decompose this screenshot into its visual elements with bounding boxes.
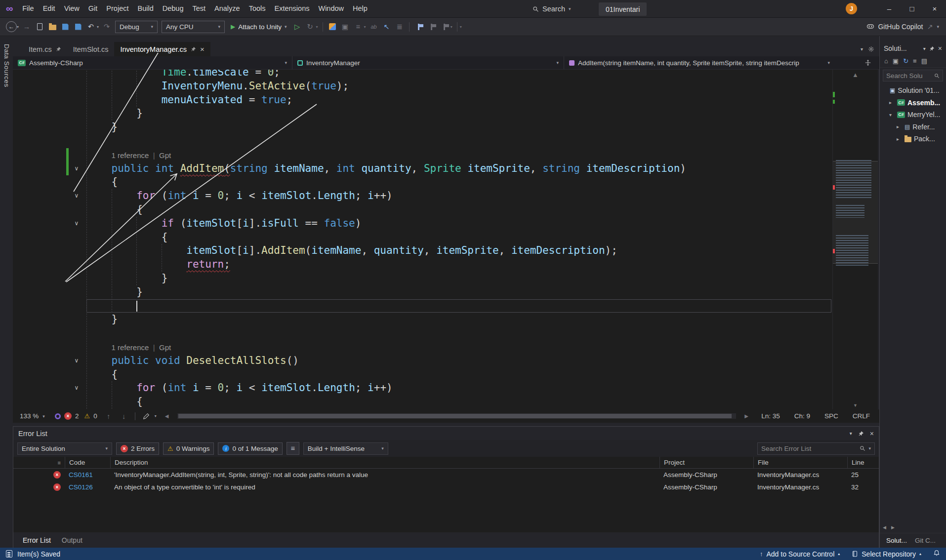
fold-collapse-icon[interactable]: ∨ [71, 354, 82, 368]
column-code[interactable]: Code [65, 457, 110, 468]
next-issue-icon[interactable]: ↓ [118, 410, 130, 423]
scroll-right-icon[interactable]: ▶ [891, 525, 895, 530]
tree-item-assemb-[interactable]: ▸C#Assemb... [880, 97, 946, 109]
severity-column-icon[interactable]: ≡ [58, 460, 61, 466]
close-icon[interactable]: × [200, 45, 205, 53]
column-file[interactable]: File [753, 457, 847, 468]
tab-error-list[interactable]: Error List [18, 534, 55, 546]
menu-view[interactable]: View [60, 0, 84, 17]
errors-filter-button[interactable]: 2 Errors [116, 442, 159, 455]
avatar[interactable]: J [846, 3, 857, 14]
select-repository-button[interactable]: Select Repository ▴ [852, 550, 921, 558]
line-ending-indicator[interactable]: CRLF [853, 412, 870, 420]
menu-tools[interactable]: Tools [245, 0, 270, 17]
toolbar-overflow-icon[interactable]: ▾ [460, 25, 462, 29]
hot-reload-icon[interactable]: ↻ [304, 20, 316, 33]
copilot-status-button[interactable]: GitHub Copilot ↗ ▾ [866, 20, 942, 33]
data-sources-tab[interactable]: Data Sources [0, 42, 13, 170]
code-editor[interactable]: Time.timeScale = 0; InventoryMenu.SetAct… [13, 70, 832, 409]
save-all-icon[interactable] [72, 20, 84, 33]
tree-collapsed-icon[interactable]: ▸ [889, 100, 895, 105]
toggle-bookmark-icon[interactable] [413, 20, 425, 33]
prev-issue-icon[interactable]: ↑ [103, 410, 115, 423]
warning-count[interactable]: 0 [93, 412, 97, 420]
home-icon[interactable]: ⌂ [884, 57, 888, 65]
menu-edit[interactable]: Edit [39, 0, 60, 17]
tree-item-pack-[interactable]: ▸Pack... [880, 133, 946, 145]
close-icon[interactable]: × [870, 430, 874, 438]
error-row[interactable]: CS0126An object of a type convertible to… [13, 481, 879, 493]
column-description[interactable]: Description [110, 457, 659, 468]
menu-file[interactable]: File [18, 0, 38, 17]
navigate-back-icon[interactable]: ← [6, 21, 17, 32]
fold-collapse-icon[interactable]: ∨ [71, 162, 82, 176]
type-dropdown[interactable]: InventoryManager ▾ [292, 56, 564, 69]
copilot-open-icon[interactable]: ↗ [926, 20, 933, 33]
open-file-icon[interactable] [46, 20, 58, 33]
horizontal-scrollbar[interactable] [177, 413, 736, 419]
solution-explorer-titlebar[interactable]: Soluti... ▾ × [880, 42, 946, 55]
error-list-titlebar[interactable]: Error List ▾ × [13, 427, 879, 440]
close-button[interactable]: × [923, 0, 946, 17]
column-project[interactable]: Project [659, 457, 753, 468]
spellcheck-icon[interactable]: ab [368, 20, 380, 33]
line-guides-icon[interactable]: ≣ [394, 20, 406, 33]
whitespace-indicator[interactable]: SPC [824, 412, 838, 420]
tab-options-icon[interactable] [868, 46, 874, 52]
chevron-down-icon[interactable]: ▾ [451, 25, 452, 29]
close-icon[interactable]: × [938, 44, 942, 52]
attach-to-unity-button[interactable]: ▶Attach to Unity▾ [227, 23, 290, 31]
error-count-icon[interactable] [64, 412, 72, 420]
column-line[interactable]: Line [847, 457, 879, 468]
outline-icon[interactable]: ≡ [352, 20, 364, 33]
next-bookmark-icon[interactable] [439, 20, 451, 33]
scroll-right-icon[interactable]: ▶ [740, 410, 752, 423]
window-position-icon[interactable]: ▾ [850, 431, 852, 436]
solution-search-box[interactable]: Search Solu [883, 70, 943, 81]
member-dropdown[interactable]: AddItem(string itemName, int quantity, S… [564, 56, 835, 69]
scroll-left-icon[interactable]: ◀ [883, 525, 886, 530]
chevron-down-icon[interactable]: ▾ [868, 446, 871, 451]
fold-collapse-icon[interactable]: ∨ [71, 189, 82, 203]
switch-views-icon[interactable]: ▣ [893, 57, 899, 65]
error-code-link[interactable]: CS0126 [65, 483, 110, 491]
menu-test[interactable]: Test [188, 0, 210, 17]
menu-extensions[interactable]: Extensions [270, 0, 314, 17]
warnings-filter-button[interactable]: ⚠0 Warnings [163, 442, 214, 455]
scroll-up-icon[interactable]: ▲ [833, 71, 878, 79]
source-dropdown[interactable]: Build + IntelliSense▾ [303, 442, 388, 455]
pin-icon[interactable] [56, 45, 61, 53]
minimize-button[interactable]: – [878, 0, 901, 17]
notifications-bell-icon[interactable] [933, 550, 940, 558]
collapse-all-icon[interactable]: ≡ [913, 57, 917, 65]
warning-count-icon[interactable]: ⚠ [84, 412, 90, 420]
redo-icon[interactable]: ↷ [101, 20, 113, 33]
menu-help[interactable]: Help [348, 0, 372, 17]
configuration-dropdown[interactable]: Debug▾ [115, 21, 158, 33]
scope-dropdown[interactable]: Entire Solution▾ [17, 442, 112, 455]
window-layout-icon[interactable]: ▣ [339, 20, 351, 33]
error-row[interactable]: CS0161'InventoryManager.AddItem(string, … [13, 469, 879, 481]
sync-icon[interactable]: ↻ [903, 57, 908, 65]
tree-item-merryyel-[interactable]: ▾C#MerryYel... [880, 109, 946, 121]
project-dropdown[interactable]: C# Assembly-CSharp ▾ [13, 56, 292, 69]
minimap[interactable]: ▲ ▼ [832, 70, 878, 409]
tree-item-refer-[interactable]: ▸▤Refer... [880, 121, 946, 133]
messages-filter-button[interactable]: i0 of 1 Message [218, 442, 282, 455]
tab-output[interactable]: Output [57, 534, 87, 546]
code-cleanup-icon[interactable] [140, 410, 152, 423]
tab-solution-explorer[interactable]: Solut... [883, 535, 910, 546]
multiline-toggle-icon[interactable]: ≡ [287, 442, 299, 455]
menu-window[interactable]: Window [314, 0, 348, 17]
tab-inventorymanager-cs[interactable]: InventoryManager.cs× [114, 42, 210, 56]
add-to-source-control-button[interactable]: ↑ Add to Source Control ▴ [760, 550, 840, 558]
package-icon[interactable] [327, 20, 338, 33]
tab-git-changes[interactable]: Git C... [911, 535, 939, 546]
global-search-control[interactable]: Search ▾ [533, 0, 571, 18]
tab-itemslot-cs[interactable]: ItemSlot.cs [67, 42, 115, 56]
menu-debug[interactable]: Debug [158, 0, 188, 17]
chevron-down-icon[interactable]: ▾ [17, 25, 19, 29]
platform-dropdown[interactable]: Any CPU▾ [162, 21, 225, 33]
pin-icon[interactable] [929, 46, 935, 51]
prev-bookmark-icon[interactable] [426, 20, 438, 33]
